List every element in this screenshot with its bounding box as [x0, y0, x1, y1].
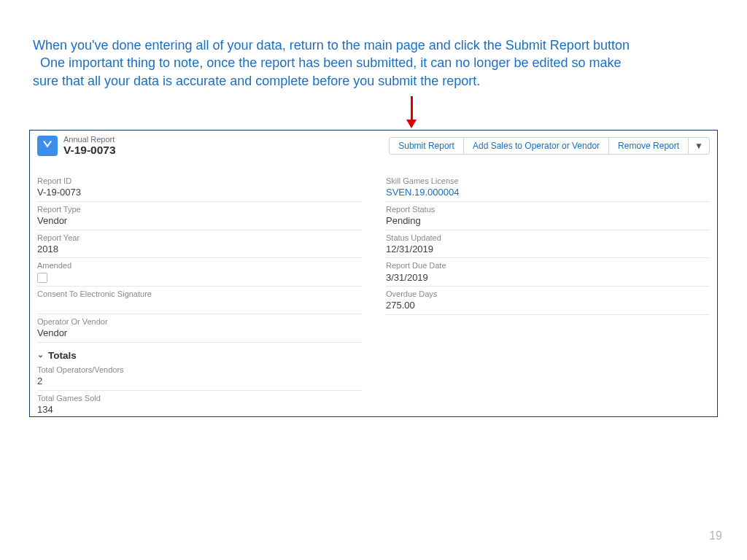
two-column-layout: Report ID V-19-0073 Report Type Vendor R… — [37, 175, 710, 417]
record-titles: Annual Report V-19-0073 — [63, 135, 389, 156]
amended-checkbox[interactable] — [37, 273, 47, 283]
label-report-id: Report ID — [37, 176, 361, 186]
value-status-updated: 12/31/2019 — [386, 243, 710, 256]
submit-report-button[interactable]: Submit Report — [389, 137, 464, 155]
label-skill-games-license: Skill Games License — [386, 176, 710, 186]
instruction-text: When you've done entering all of your da… — [33, 36, 711, 90]
record-type-label: Annual Report — [63, 135, 389, 144]
instruction-line-1: When you've done entering all of your da… — [33, 36, 711, 54]
arrow-line — [411, 96, 413, 120]
action-button-row: Submit Report Add Sales to Operator or V… — [389, 137, 710, 155]
value-report-type: Vendor — [37, 214, 361, 228]
totals-heading-text: Totals — [48, 350, 77, 361]
field-skill-games-license: Skill Games License SVEN.19.000004 — [386, 175, 710, 202]
record-name: V-19-0073 — [63, 144, 389, 156]
field-total-operators-vendors: Total Operators/Vendors 2 — [37, 364, 361, 391]
value-total-games-sold: 134 — [37, 403, 361, 416]
label-report-status: Report Status — [386, 205, 710, 214]
right-column: Skill Games License SVEN.19.000004 Repor… — [386, 175, 710, 417]
instruction-line-3: sure that all your data is accurate and … — [33, 72, 711, 90]
field-consent: Consent To Electronic Signature — [37, 288, 361, 314]
field-overdue-days: Overdue Days 275.00 — [386, 288, 710, 315]
left-column: Report ID V-19-0073 Report Type Vendor R… — [37, 175, 361, 417]
record-panel: Annual Report V-19-0073 Submit Report Ad… — [29, 130, 718, 417]
field-status-updated: Status Updated 12/31/2019 — [386, 232, 710, 259]
value-report-year: 2018 — [37, 243, 361, 256]
instruction-line-2: One important thing to note, once the re… — [33, 54, 711, 71]
value-overdue-days: 275.00 — [386, 299, 710, 312]
label-amended: Amended — [37, 261, 361, 271]
value-consent — [37, 299, 361, 311]
label-report-year: Report Year — [37, 233, 361, 243]
field-operator-or-vendor: Operator Or Vendor Vendor — [37, 316, 361, 343]
field-report-type: Report Type Vendor — [37, 203, 361, 230]
panel-header: Annual Report V-19-0073 Submit Report Ad… — [30, 131, 717, 158]
field-amended: Amended — [37, 260, 361, 287]
field-report-year: Report Year 2018 — [37, 232, 361, 259]
label-total-operators-vendors: Total Operators/Vendors — [37, 365, 361, 375]
label-consent: Consent To Electronic Signature — [37, 289, 361, 299]
label-operator-or-vendor: Operator Or Vendor — [37, 317, 361, 327]
chevron-down-icon: ⌄ — [37, 350, 44, 359]
value-amended — [37, 271, 361, 284]
label-total-games-sold: Total Games Sold — [37, 394, 361, 403]
slide-page-number: 19 — [709, 529, 722, 542]
label-status-updated: Status Updated — [386, 233, 710, 243]
arrow-head-icon — [406, 120, 417, 128]
field-total-games-sold: Total Games Sold 134 — [37, 392, 361, 417]
value-report-id: V-19-0073 — [37, 186, 361, 199]
label-overdue-days: Overdue Days — [386, 289, 710, 299]
label-report-due-date: Report Due Date — [386, 261, 710, 271]
value-report-due-date: 3/31/2019 — [386, 271, 710, 284]
totals-section-header[interactable]: ⌄ Totals — [37, 344, 361, 364]
more-actions-button[interactable]: ▼ — [688, 137, 710, 155]
arrow-annotation — [405, 96, 418, 130]
add-sales-button[interactable]: Add Sales to Operator or Vendor — [463, 137, 609, 155]
chevron-down-icon: ▼ — [694, 141, 703, 151]
value-operator-or-vendor: Vendor — [37, 327, 361, 340]
value-total-operators-vendors: 2 — [37, 375, 361, 388]
annual-report-icon — [37, 136, 58, 156]
remove-report-button[interactable]: Remove Report — [608, 137, 689, 155]
field-report-status: Report Status Pending — [386, 203, 710, 230]
field-report-id: Report ID V-19-0073 — [37, 175, 361, 202]
value-report-status: Pending — [386, 214, 710, 228]
value-skill-games-license[interactable]: SVEN.19.000004 — [386, 186, 710, 199]
record-body: Report ID V-19-0073 Report Type Vendor R… — [30, 158, 717, 417]
field-report-due-date: Report Due Date 3/31/2019 — [386, 260, 710, 287]
label-report-type: Report Type — [37, 205, 361, 214]
